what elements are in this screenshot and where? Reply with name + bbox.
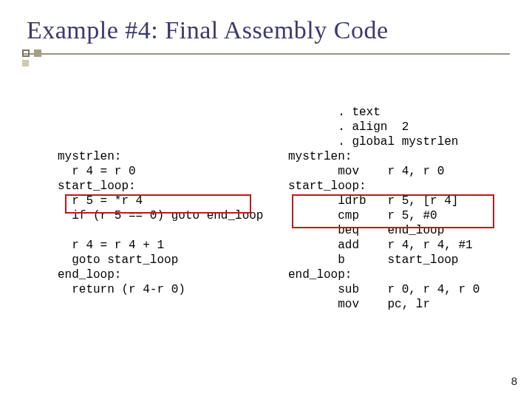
slide: Example #4: Final Assembly Code mystrlen…: [0, 0, 532, 399]
pseudocode-block: mystrlen: r 4 = r 0 start_loop: r 5 = *r…: [58, 149, 263, 297]
title-underline-decor: [0, 50, 532, 64]
highlight-box-left: [65, 194, 251, 214]
decor-square-outline: [22, 50, 30, 57]
underline-line: [22, 53, 510, 55]
decor-square-dark: [34, 50, 41, 57]
decor-square-light: [22, 60, 29, 66]
page-number: 8: [511, 375, 517, 387]
slide-title: Example #4: Final Assembly Code: [27, 16, 389, 44]
title-block: Example #4: Final Assembly Code: [27, 16, 389, 44]
highlight-box-right: [292, 194, 494, 228]
